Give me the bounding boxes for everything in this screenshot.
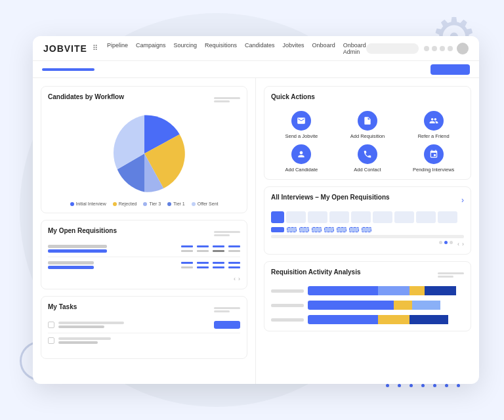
scroll-right[interactable]: › [238, 276, 240, 282]
navbar: JOBVITE ⠿ Pipeline Campaigns Sourcing Re… [33, 36, 479, 61]
activity-analysis-title: Requisition Activity Analysis [271, 268, 361, 276]
logo: JOBVITE [43, 43, 87, 54]
quick-action-send-jobvite[interactable]: Send a Jobvite [271, 111, 332, 139]
action-line-1 [214, 97, 240, 99]
interview-tab-active[interactable] [271, 211, 284, 223]
quick-action-add-candidate[interactable]: Add Candidate [271, 144, 332, 173]
send-jobvite-label: Send a Jobvite [285, 133, 318, 139]
legend-rejected: Rejected [113, 201, 137, 206]
grid-icon: ⠿ [93, 44, 98, 52]
legend-dot-rejected [113, 202, 117, 206]
add-contact-label: Add Contact [354, 167, 381, 173]
nav-onboard[interactable]: Onboard [312, 42, 335, 55]
quick-action-pending-interviews[interactable]: Pending Interviews [403, 144, 464, 173]
nav-jobvites[interactable]: Jobvites [283, 42, 304, 55]
action-line-2 [214, 100, 230, 102]
interview-tab-1[interactable] [286, 211, 306, 223]
quick-action-add-contact[interactable]: Add Contact [337, 144, 398, 173]
add-requisition-label: Add Requisition [350, 133, 385, 139]
pie-chart [102, 111, 187, 196]
open-requisitions-title: My Open Requisitions [48, 227, 117, 234]
legend-tier3: Tier 3 [143, 201, 161, 206]
activity-bar-chart [271, 286, 464, 324]
main-window: JOBVITE ⠿ Pipeline Campaigns Sourcing Re… [33, 36, 479, 384]
main-content: Candidates by Workflow [33, 78, 479, 384]
interviews-next-arrow[interactable]: › [461, 196, 464, 205]
refer-friend-label: Refer a Friend [418, 133, 450, 139]
all-interviews-card: All Interviews – My Open Requisitions › [264, 186, 471, 255]
interview-tab-4[interactable] [351, 211, 371, 223]
nav-search-bar[interactable] [366, 43, 419, 54]
nav-dot-4 [448, 46, 453, 51]
scroll-hint: ‹ › [48, 276, 240, 282]
nav-requisitions[interactable]: Requisitions [205, 42, 237, 55]
interview-scroll-right[interactable]: › [462, 241, 464, 247]
add-contact-icon [358, 144, 377, 164]
table-row [48, 245, 240, 257]
add-candidate-label: Add Candidate [285, 167, 318, 173]
nav-sourcing[interactable]: Sourcing [173, 42, 197, 55]
legend-initial-interview: Initial Interview [70, 201, 106, 206]
my-tasks-card: My Tasks [41, 296, 247, 359]
bar-row-2 [271, 301, 464, 310]
interview-tab-6[interactable] [394, 211, 414, 223]
legend-offer-sent: Offer Sent [192, 201, 219, 206]
refer-friend-icon [424, 111, 444, 131]
activity-analysis-card: Requisition Activity Analysis [264, 261, 471, 331]
task-action-btn-1[interactable] [214, 321, 240, 329]
candidates-action-lines [214, 97, 240, 102]
interview-row-2 [271, 235, 464, 238]
open-requisitions-card: My Open Requisitions [41, 220, 247, 289]
interview-tab-5[interactable] [373, 211, 392, 223]
interview-scroll-left[interactable]: ‹ [457, 241, 459, 247]
nav-onboard-admin[interactable]: Onboard Admin [343, 42, 366, 55]
interview-content [271, 227, 464, 238]
table-row [48, 261, 240, 273]
task-checkbox-2[interactable] [48, 337, 54, 344]
quick-actions-grid: Send a Jobvite Add Requisition Refer a F… [271, 111, 464, 173]
subtoolbar [33, 61, 479, 78]
nav-candidates[interactable]: Candidates [245, 42, 275, 55]
legend-dot-tier1 [167, 202, 171, 206]
task-row [48, 321, 240, 333]
add-requisition-icon [358, 111, 377, 131]
quick-actions-card: Quick Actions Send a Jobvite Add Requisi… [264, 86, 471, 180]
interview-tab-7[interactable] [416, 211, 436, 223]
legend-dot-offer [192, 202, 196, 206]
quick-action-refer-friend[interactable]: Refer a Friend [403, 111, 464, 139]
legend-tier1: Tier 1 [167, 201, 185, 206]
nav-pipeline[interactable]: Pipeline [107, 42, 128, 55]
user-avatar[interactable] [457, 43, 469, 54]
pie-legend: Initial Interview Rejected Tier 3 T [70, 201, 219, 206]
candidates-by-workflow-card: Candidates by Workflow [41, 86, 247, 213]
left-panel: Candidates by Workflow [33, 78, 256, 384]
pie-chart-container: Initial Interview Rejected Tier 3 T [48, 111, 240, 206]
all-interviews-title: All Interviews – My Open Requisitions [271, 194, 390, 201]
legend-dot-initial [70, 202, 74, 206]
interview-tab-8[interactable] [438, 211, 457, 223]
task-checkbox-1[interactable] [48, 322, 54, 328]
nav-campaigns[interactable]: Campaigns [136, 42, 166, 55]
pending-interviews-icon [424, 144, 444, 164]
pending-interviews-label: Pending Interviews [413, 167, 454, 173]
interview-tab-2[interactable] [308, 211, 327, 223]
send-jobvite-icon [291, 111, 311, 131]
bar-row-1 [271, 286, 464, 295]
bar-row-3 [271, 315, 464, 324]
interview-row [271, 227, 464, 232]
quick-actions-title: Quick Actions [271, 93, 315, 100]
requisitions-table [48, 245, 240, 273]
scroll-left[interactable]: ‹ [234, 276, 236, 282]
legend-dot-tier3 [143, 202, 147, 206]
right-panel: Quick Actions Send a Jobvite Add Requisi… [256, 78, 479, 384]
interview-tabs [271, 211, 464, 223]
nav-dot-2 [432, 46, 437, 51]
quick-action-add-requisition[interactable]: Add Requisition [337, 111, 398, 139]
nav-dots [424, 46, 453, 51]
task-row [48, 337, 240, 348]
subtoolbar-action-btn[interactable] [430, 64, 470, 75]
nav-dot-3 [440, 46, 445, 51]
add-candidate-icon [291, 144, 311, 164]
interview-tab-3[interactable] [329, 211, 349, 223]
nav-items: Pipeline Campaigns Sourcing Requisitions… [107, 42, 366, 55]
